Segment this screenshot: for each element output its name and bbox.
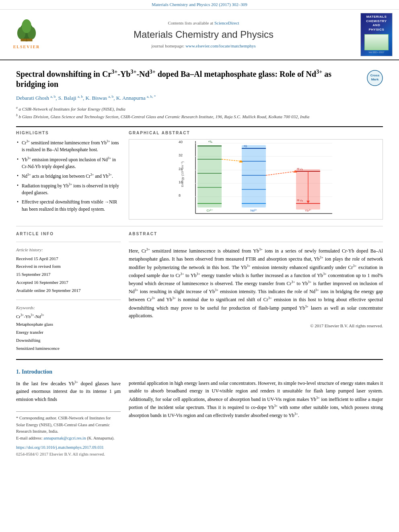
journal-header: ELSEVIER Contents lists available at Sci… bbox=[0, 10, 399, 60]
svg-text:²F₅/₂: ²F₅/₂ bbox=[297, 168, 303, 170]
homepage-link[interactable]: www.elsevier.com/locate/matchemphys bbox=[185, 43, 256, 48]
article-history: Article history: Received 15 April 2017 … bbox=[16, 247, 121, 294]
keywords-list: Cr3+-Yb3+-Nd3+ Metaphosphate glass Energ… bbox=[16, 312, 121, 353]
intro-title: 1. Introduction bbox=[16, 368, 383, 376]
svg-rect-23 bbox=[197, 145, 222, 207]
affiliation-a: a a CSIR-Network of Institutes for Solar… bbox=[16, 105, 383, 112]
elsevier-logo: ELSEVIER bbox=[6, 19, 47, 50]
corresponding-note: * Corresponding author. CSIR-Network of … bbox=[16, 415, 121, 435]
received-date: Received 15 April 2017 bbox=[16, 255, 121, 263]
svg-text:Mark: Mark bbox=[371, 78, 379, 81]
elsevier-label: ELSEVIER bbox=[13, 44, 40, 50]
svg-text:Yb³⁺: Yb³⁺ bbox=[305, 209, 311, 212]
section-divider-1 bbox=[16, 226, 383, 226]
kw-4: Downshifting bbox=[16, 337, 121, 345]
thick-divider-2 bbox=[16, 359, 383, 360]
footnote-area: * Corresponding author. CSIR-Network of … bbox=[16, 411, 121, 458]
issn-line: 0254-0584/© 2017 Elsevier B.V. All right… bbox=[16, 451, 121, 458]
highlight-1: Cr3+ sensitized intense luminescence fro… bbox=[16, 139, 121, 153]
sciencedirect-line: Contents lists available at ScienceDirec… bbox=[51, 20, 356, 26]
introduction-section: 1. Introduction In the last few decades … bbox=[16, 368, 383, 458]
article-info-col: ARTICLE INFO Article history: Received 1… bbox=[16, 231, 121, 352]
revised-date: 15 September 2017 bbox=[16, 271, 121, 279]
kw-3: Energy transfer bbox=[16, 329, 121, 337]
info-dates: Received 15 April 2017 Received in revis… bbox=[16, 255, 121, 295]
bridging-ion-text: as bbox=[324, 69, 331, 78]
intro-right: potential application in high energy las… bbox=[129, 380, 383, 458]
svg-text:32: 32 bbox=[179, 153, 183, 157]
email-note: (K. Annapurna). bbox=[87, 436, 115, 440]
svg-text:Cross: Cross bbox=[370, 74, 380, 77]
svg-text:⁴G: ⁴G bbox=[244, 145, 247, 148]
email-line: E-mail address: annapurnak@cgcri.res.in … bbox=[16, 435, 121, 442]
doi-line: https://doi.org/10.1016/j.matchemphys.20… bbox=[16, 444, 121, 451]
highlights-list: Cr3+ sensitized intense luminescence fro… bbox=[16, 139, 121, 213]
email-label: E-mail address: bbox=[16, 436, 43, 440]
article-info-abstract-section: ARTICLE INFO Article history: Received 1… bbox=[16, 231, 383, 352]
affiliation-b: b b Glass Division, Glass Science and Te… bbox=[16, 113, 383, 120]
kw-2: Metaphosphate glass bbox=[16, 320, 121, 329]
svg-point-4 bbox=[22, 19, 31, 33]
email-link[interactable]: annapurnak@cgcri.res.in bbox=[43, 436, 86, 440]
intro-content: In the last few decades Yb3+ doped glass… bbox=[16, 380, 383, 458]
graphical-abstract-label: GRAPHICAL ABSTRACT bbox=[129, 130, 383, 136]
journal-title: Materials Chemistry and Physics bbox=[51, 28, 356, 41]
intro-right-text: potential application in high energy las… bbox=[129, 380, 383, 419]
thick-divider-1 bbox=[16, 126, 383, 127]
kw-5: Sensitized luminescence bbox=[16, 345, 121, 353]
svg-text:Nd³⁺: Nd³⁺ bbox=[251, 209, 257, 212]
graphical-abstract-image: 40 32 24 16 8 Energy (10³ cm⁻¹) Cr³⁺ bbox=[129, 139, 383, 220]
intro-left: In the last few decades Yb3+ doped glass… bbox=[16, 380, 121, 458]
svg-text:Energy (10³ cm⁻¹): Energy (10³ cm⁻¹) bbox=[181, 161, 184, 187]
accepted-date: Accepted 16 September 2017 bbox=[16, 279, 121, 287]
journal-cover: MATERIALS CHEMISTRY AND PHYSICS Vol 202 … bbox=[360, 13, 393, 56]
revised-label: Received in revised form bbox=[16, 263, 121, 271]
abstract-text: Here, Cr3+ sensitized intense luminescen… bbox=[129, 247, 383, 320]
svg-line-41 bbox=[222, 159, 242, 161]
abstract-label: ABSTRACT bbox=[129, 231, 383, 237]
keywords-section: Keywords: Cr3+-Yb3+-Nd3+ Metaphosphate g… bbox=[16, 305, 121, 353]
keywords-label: Keywords: bbox=[16, 305, 121, 311]
highlights-graphical-section: HIGHLIGHTS Cr3+ sensitized intense lumin… bbox=[16, 130, 383, 220]
highlights-col: HIGHLIGHTS Cr3+ sensitized intense lumin… bbox=[16, 130, 121, 220]
journal-cover-text: MATERIALS CHEMISTRY AND PHYSICS Vol 202 … bbox=[364, 15, 389, 54]
copyright: © 2017 Elsevier B.V. All rights reserved… bbox=[129, 323, 383, 329]
article-title-text: Spectral downshifting in Cr3+-Yb3+-Nd3+ … bbox=[16, 68, 363, 90]
info-divider bbox=[16, 242, 121, 242]
journal-homepage: journal homepage: www.elsevier.com/locat… bbox=[51, 43, 356, 49]
doi-link[interactable]: https://doi.org/10.1016/j.matchemphys.20… bbox=[16, 445, 104, 450]
graphical-abstract-col: GRAPHICAL ABSTRACT 40 32 24 16 8 Energy … bbox=[129, 130, 383, 220]
svg-rect-30 bbox=[242, 145, 266, 207]
svg-line-43 bbox=[266, 171, 296, 175]
authors: Debarati Ghosh a, b, S. Balaji a, b, K. … bbox=[16, 94, 383, 102]
affiliations: a a CSIR-Network of Institutes for Solar… bbox=[16, 105, 383, 120]
history-label: Article history: bbox=[16, 247, 121, 253]
intro-left-text: In the last few decades Yb3+ doped glass… bbox=[16, 380, 121, 403]
journal-citation: Materials Chemistry and Physics 202 (201… bbox=[0, 0, 399, 10]
svg-text:²F₇/₂: ²F₇/₂ bbox=[297, 199, 303, 202]
highlight-3: Nd3+ acts as bridging ion between Cr3+ a… bbox=[16, 173, 121, 180]
article-title-block: Spectral downshifting in Cr3+-Yb3+-Nd3+ … bbox=[16, 68, 383, 90]
highlight-2: Yb3+ emission improved upon inclusion of… bbox=[16, 156, 121, 170]
highlight-5: Effective spectral downshifting from vis… bbox=[16, 199, 121, 213]
available-date: Available online 20 September 2017 bbox=[16, 287, 121, 295]
kw-1: Cr3+-Yb3+-Nd3+ bbox=[16, 312, 121, 320]
svg-text:⁴T₁: ⁴T₁ bbox=[208, 140, 212, 143]
svg-text:40: 40 bbox=[179, 140, 183, 144]
abstract-divider bbox=[129, 242, 383, 242]
article-info-label: ARTICLE INFO bbox=[16, 231, 121, 237]
keywords-divider bbox=[16, 300, 121, 300]
highlight-4: Radiation trapping by Yb3+ ions is obser… bbox=[16, 182, 121, 196]
crossmark-icon: Cross Mark bbox=[367, 70, 383, 86]
journal-center: Contents lists available at ScienceDirec… bbox=[51, 20, 356, 49]
svg-text:8: 8 bbox=[179, 193, 181, 197]
abstract-col: ABSTRACT Here, Cr3+ sensitized intense l… bbox=[129, 231, 383, 352]
article-container: Spectral downshifting in Cr3+-Yb3+-Nd3+ … bbox=[0, 60, 399, 466]
svg-text:Cr³⁺: Cr³⁺ bbox=[206, 209, 212, 212]
sciencedirect-link[interactable]: ScienceDirect bbox=[214, 21, 239, 25]
highlights-label: HIGHLIGHTS bbox=[16, 130, 121, 136]
